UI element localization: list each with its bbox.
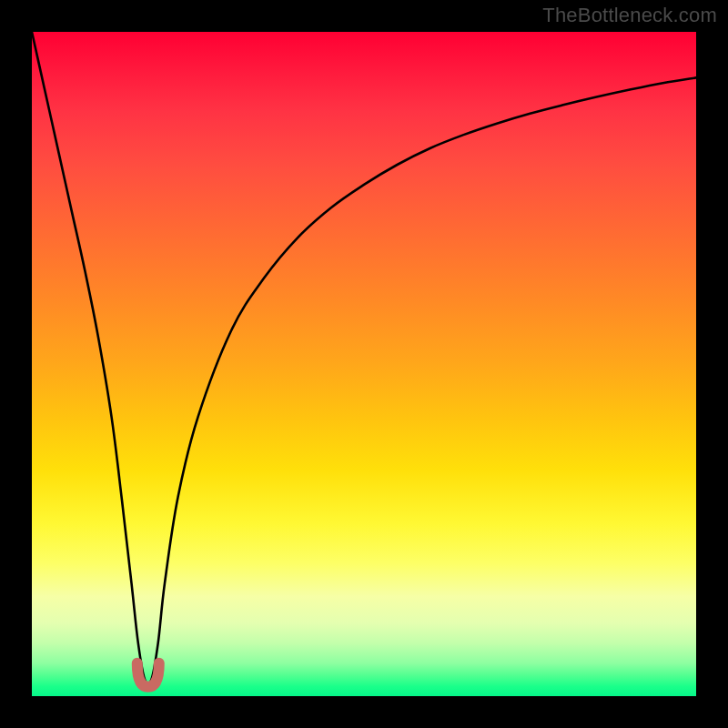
minimum-marker bbox=[137, 663, 159, 687]
plot-area bbox=[32, 32, 696, 696]
curve-layer bbox=[32, 32, 696, 696]
bottleneck-curve bbox=[32, 32, 696, 684]
watermark-text: TheBottleneck.com bbox=[542, 4, 717, 27]
